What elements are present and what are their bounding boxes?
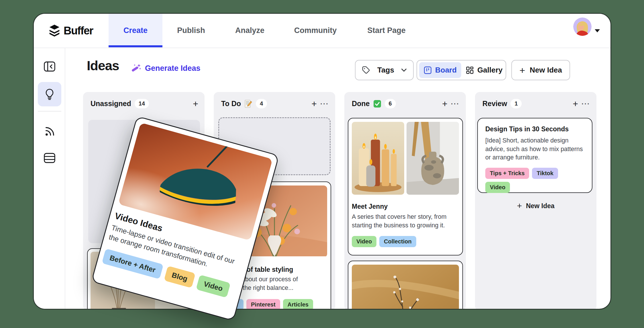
new-idea-button-label: New Idea [530, 66, 562, 75]
rss-icon [44, 126, 55, 137]
memo-emoji-icon [244, 100, 252, 108]
rows-icon [44, 153, 55, 163]
view-toggle-gallery[interactable]: Gallery [461, 62, 507, 78]
board-view-icon [424, 66, 432, 74]
view-toggle-board[interactable]: Board [419, 62, 461, 78]
tag[interactable]: Tips + Tricks [485, 168, 529, 179]
gallery-view-label: Gallery [477, 66, 502, 75]
screen: Buffer Create Publish Analyze Community … [0, 0, 644, 328]
new-idea-button[interactable]: + New Idea [511, 60, 570, 80]
sidebar-item-feed[interactable] [44, 126, 55, 137]
tag[interactable]: Articles [283, 299, 313, 310]
magic-wand-icon [131, 63, 142, 73]
column-title: To Do [221, 99, 241, 108]
sidebar-divider [38, 111, 61, 112]
tab-community[interactable]: Community [294, 14, 337, 47]
column-more-button[interactable]: ··· [320, 100, 329, 108]
add-card-button[interactable]: + [193, 99, 198, 108]
card-description: A series that covers her story, from sta… [352, 213, 459, 230]
tab-create[interactable]: Create [109, 14, 162, 47]
collapse-sidebar-icon[interactable] [44, 61, 55, 72]
generate-ideas-button[interactable]: Generate Ideas [131, 63, 201, 73]
tag[interactable]: Blog [164, 266, 195, 288]
buffer-logo[interactable]: Buffer [49, 14, 93, 48]
view-toggle: Board Gallery [417, 60, 506, 80]
column-title: Done [352, 99, 370, 108]
left-sidebar [34, 48, 65, 310]
top-nav-bar: Buffer Create Publish Analyze Community … [34, 14, 610, 48]
board-view-label: Board [435, 66, 457, 75]
check-emoji-icon [373, 100, 381, 108]
candles-photo [352, 122, 404, 195]
column-unassigned-header: Unassigned 14 + [83, 92, 205, 108]
page-title: Ideas [87, 58, 119, 73]
column-done-header: Done 6 + ··· [344, 92, 466, 108]
add-card-button[interactable]: + [442, 99, 447, 108]
active-tab-underline [109, 45, 162, 47]
sidebar-item-queue[interactable] [44, 153, 55, 163]
generate-ideas-label: Generate Ideas [145, 64, 201, 73]
lightbulb-icon [45, 89, 54, 100]
column-todo-header: To Do 4 + ··· [214, 92, 335, 108]
tag[interactable]: Tiktok [532, 168, 558, 179]
tab-start-page[interactable]: Start Page [367, 14, 406, 47]
tag[interactable]: Pinterest [246, 299, 280, 310]
column-count-badge: 1 [511, 99, 522, 108]
tag-icon [362, 66, 370, 75]
avatar-menu-caret[interactable] [595, 29, 600, 32]
column-new-idea-button[interactable]: + New Idea [475, 202, 596, 210]
tab-publish[interactable]: Publish [177, 14, 205, 47]
add-card-button[interactable]: + [311, 99, 317, 108]
card-description: [Idea] Short, actionable design advice, … [485, 136, 584, 162]
column-count-badge: 6 [385, 99, 396, 108]
tag[interactable]: Video [352, 236, 376, 247]
column-more-button[interactable]: ··· [451, 100, 460, 108]
idea-card-design-tips[interactable]: Design Tips in 30 Seconds [Idea] Short, … [477, 118, 592, 193]
branch-on-fabric-photo [352, 265, 459, 310]
column-done: Done 6 + ··· [344, 92, 466, 310]
avatar-illustration [573, 17, 592, 36]
column-more-button[interactable]: ··· [582, 100, 590, 108]
card-title: Meet Jenny [352, 203, 459, 210]
chevron-down-icon [401, 68, 407, 72]
column-count-badge: 4 [256, 99, 267, 108]
idea-card-photo[interactable] [348, 261, 463, 310]
user-avatar[interactable] [573, 17, 592, 36]
card-tags: Tips + Tricks Tiktok Video [485, 168, 584, 193]
tab-analyze[interactable]: Analyze [235, 14, 264, 47]
tags-button-label: Tags [377, 66, 394, 75]
tag[interactable]: Video [196, 275, 231, 298]
rustic-vase-photo [407, 122, 459, 195]
add-card-button[interactable]: + [573, 99, 578, 108]
tag[interactable]: Collection [379, 236, 416, 247]
sidebar-item-ideas[interactable] [38, 82, 61, 106]
idea-card-meet-jenny[interactable]: Meet Jenny A series that covers her stor… [348, 118, 463, 255]
column-new-idea-label: New Idea [526, 202, 555, 210]
buffer-wordmark: Buffer [64, 25, 93, 37]
column-review: Review 1 + ··· Design Tips in 30 Seconds… [475, 92, 596, 310]
buffer-logo-icon [49, 25, 60, 37]
column-title: Unassigned [91, 99, 131, 108]
plus-icon: + [517, 202, 522, 210]
column-title: Review [482, 99, 507, 108]
tags-filter-button[interactable]: Tags [355, 60, 414, 80]
gallery-view-icon [466, 66, 474, 74]
card-title: Design Tips in 30 Seconds [485, 125, 584, 133]
column-review-header: Review 1 + ··· [475, 92, 596, 108]
plus-icon: + [519, 65, 525, 75]
tag[interactable]: Video [485, 182, 510, 193]
column-count-badge: 14 [135, 99, 149, 108]
card-tags: Video Collection [352, 236, 459, 247]
